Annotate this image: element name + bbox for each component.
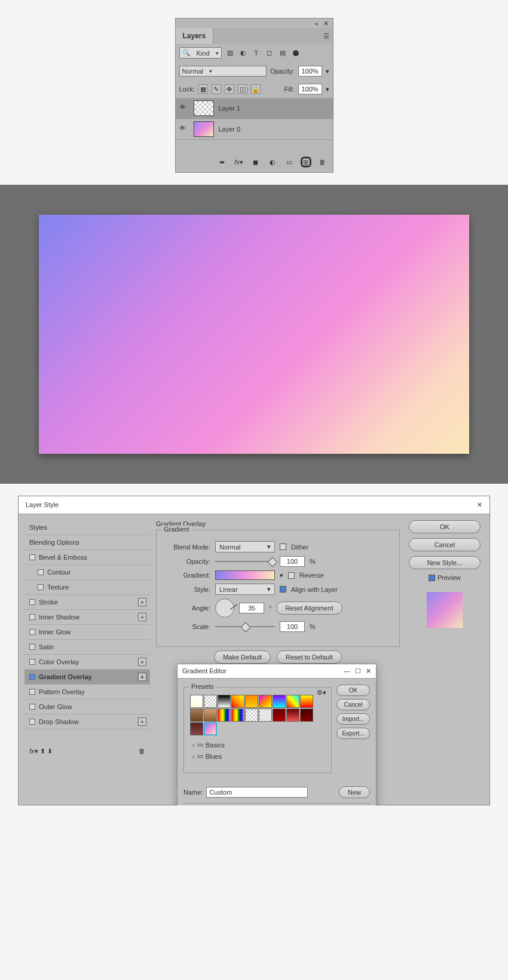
opacity-dd-icon[interactable]: ▾ xyxy=(326,68,329,75)
lock-artboard-icon[interactable]: ◫ xyxy=(238,84,247,94)
layer-row-1[interactable]: 👁 Layer 1 xyxy=(176,98,333,119)
opacity-value[interactable]: 100% xyxy=(298,66,322,77)
folder-basics[interactable]: ›▭Basics xyxy=(190,739,325,750)
add-icon[interactable]: + xyxy=(138,673,146,681)
styles-header[interactable]: Styles xyxy=(25,520,150,535)
reverse-checkbox[interactable] xyxy=(288,572,295,579)
add-icon[interactable]: + xyxy=(138,658,146,666)
folder-blues[interactable]: ›▭Blues xyxy=(190,750,325,762)
layer-row-0[interactable]: 👁 Layer 0 xyxy=(176,119,333,140)
new-style-button[interactable]: New Style... xyxy=(409,556,481,569)
layer-name[interactable]: Layer 0 xyxy=(219,126,241,133)
visibility-icon[interactable]: 👁 xyxy=(179,103,189,113)
filter-image-icon[interactable]: ▧ xyxy=(225,48,235,58)
style-gradient-overlay[interactable]: Gradient Overlay+ xyxy=(25,670,150,685)
gradient-canvas[interactable] xyxy=(39,215,469,454)
layer-name[interactable]: Layer 1 xyxy=(219,105,241,112)
style-drop-shadow[interactable]: Drop Shadow+ xyxy=(25,715,150,729)
scale-label: Scale: xyxy=(163,623,210,630)
style-color-overlay[interactable]: Color Overlay+ xyxy=(25,655,150,670)
angle-dial[interactable] xyxy=(215,599,234,618)
trash-icon[interactable]: 🗑 xyxy=(139,747,145,755)
blendmode-select[interactable]: Normal▾ xyxy=(179,66,267,77)
fx-icon[interactable]: fx▾ xyxy=(234,157,244,167)
lock-label: Lock: xyxy=(179,86,195,93)
layer-thumb[interactable] xyxy=(194,100,214,116)
layer-thumb[interactable] xyxy=(194,121,214,137)
close-icon[interactable]: ✕ xyxy=(366,667,371,675)
blendmode-label: Blend Mode: xyxy=(163,544,210,551)
scale-slider[interactable] xyxy=(215,624,275,630)
style-pattern-overlay[interactable]: Pattern Overlay xyxy=(25,685,150,700)
filter-type-icon[interactable]: T xyxy=(252,48,261,58)
gear-icon[interactable]: ⚙▾ xyxy=(317,689,326,697)
ok-button[interactable]: OK xyxy=(409,520,481,533)
name-input[interactable] xyxy=(206,787,308,798)
style-inner-glow[interactable]: Inner Glow xyxy=(25,625,150,640)
cancel-button[interactable]: Cancel xyxy=(409,538,481,551)
filter-kind-select[interactable]: 🔍Kind▾ xyxy=(179,47,222,59)
style-stroke[interactable]: Stroke+ xyxy=(25,595,150,610)
lock-brush-icon[interactable]: ✎ xyxy=(212,84,221,94)
panel-menu-icon[interactable]: ☰ xyxy=(323,32,329,40)
angle-value[interactable]: 35 xyxy=(239,603,264,613)
new-layer-icon[interactable]: ⊞ xyxy=(301,157,311,167)
layers-panel: « ✕ Layers ☰ 🔍Kind▾ ▧ ◐ T ◻ ▤ Normal▾ Op… xyxy=(175,18,333,173)
lock-move-icon[interactable]: ✥ xyxy=(225,84,234,94)
blendmode-select[interactable]: Normal▾ xyxy=(215,541,275,552)
filter-shape-icon[interactable]: ◻ xyxy=(265,48,274,58)
angle-label: Angle: xyxy=(163,605,210,612)
lock-all-icon[interactable]: 🔒 xyxy=(251,84,261,94)
opacity-value[interactable]: 100 xyxy=(280,556,305,567)
filter-adjust-icon[interactable]: ◐ xyxy=(238,48,248,58)
style-texture[interactable]: Texture xyxy=(25,580,150,595)
trash-icon[interactable]: 🗑 xyxy=(317,157,328,167)
align-checkbox[interactable] xyxy=(280,586,286,593)
maximize-icon[interactable]: ☐ xyxy=(355,667,361,675)
fill-value[interactable]: 100% xyxy=(298,84,322,94)
adjustment-icon[interactable]: ◐ xyxy=(267,157,278,167)
add-icon[interactable]: + xyxy=(138,613,146,621)
add-icon[interactable]: + xyxy=(138,598,146,606)
close-icon[interactable]: ✕ xyxy=(323,20,330,27)
style-select[interactable]: Linear▾ xyxy=(215,584,275,595)
preview-swatch xyxy=(427,592,463,628)
add-icon[interactable]: + xyxy=(138,718,146,726)
visibility-icon[interactable]: 👁 xyxy=(179,124,189,134)
style-satin[interactable]: Satin xyxy=(25,640,150,655)
scale-value[interactable]: 100 xyxy=(280,621,305,632)
lock-pixels-icon[interactable]: ▩ xyxy=(198,84,208,94)
ge-export-button[interactable]: Export... xyxy=(336,728,370,739)
minimize-icon[interactable]: — xyxy=(344,667,350,675)
gradient-picker[interactable] xyxy=(215,570,275,580)
filter-toggle-icon[interactable] xyxy=(291,48,301,58)
blending-options[interactable]: Blending Options xyxy=(25,535,150,550)
fill-dd-icon[interactable]: ▾ xyxy=(326,86,329,93)
ge-import-button[interactable]: Import... xyxy=(336,713,370,725)
layers-tab[interactable]: Layers xyxy=(176,28,214,44)
style-bevel[interactable]: Bevel & Emboss xyxy=(25,550,150,565)
preview-checkbox[interactable] xyxy=(429,575,435,581)
ge-ok-button[interactable]: OK xyxy=(336,685,370,696)
opacity-label: Opacity: xyxy=(270,68,294,75)
ge-cancel-button[interactable]: Cancel xyxy=(336,699,370,710)
close-icon[interactable]: ✕ xyxy=(477,501,482,509)
reset-default-button[interactable]: Reset to Default xyxy=(277,651,342,664)
mask-icon[interactable]: ◼ xyxy=(250,157,261,167)
dither-checkbox[interactable] xyxy=(280,544,286,550)
canvas-area xyxy=(0,185,508,484)
preset-grid[interactable] xyxy=(190,695,325,735)
new-button[interactable]: New xyxy=(339,786,370,798)
filter-smart-icon[interactable]: ▤ xyxy=(278,48,287,58)
style-outer-glow[interactable]: Outer Glow xyxy=(25,700,150,715)
link-icon[interactable]: ⬌ xyxy=(217,157,228,167)
collapse-icon[interactable]: « xyxy=(313,20,320,27)
make-default-button[interactable]: Make Default xyxy=(214,651,271,664)
style-inner-shadow[interactable]: Inner Shadow+ xyxy=(25,610,150,625)
group-icon[interactable]: ▭ xyxy=(284,157,295,167)
opacity-slider[interactable] xyxy=(215,558,275,564)
style-contour[interactable]: Contour xyxy=(25,565,150,580)
gradient-legend: Gradient xyxy=(161,526,191,533)
reset-alignment-button[interactable]: Reset Alignment xyxy=(276,602,342,615)
section-title: Gradient Overlay xyxy=(156,520,400,527)
